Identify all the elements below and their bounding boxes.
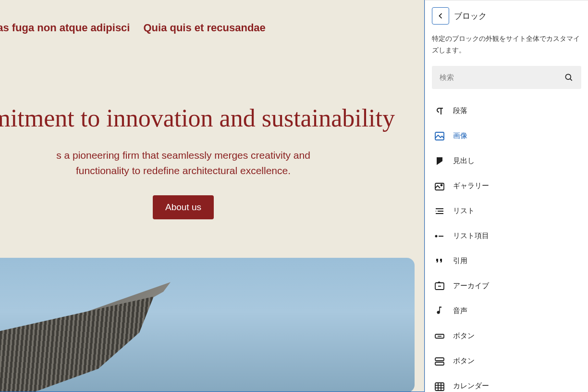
buttons-icon <box>434 355 445 367</box>
gallery-icon <box>434 180 445 192</box>
block-label: ボタン <box>453 331 475 341</box>
chevron-left-icon <box>436 11 445 21</box>
block-item-gallery[interactable]: ギャラリー <box>432 174 581 199</box>
hero-text-line1: s a pioneering firm that seamlessly merg… <box>56 150 310 161</box>
svg-rect-15 <box>435 358 444 361</box>
block-sidebar: ブロック 特定のブロックの外観をサイト全体でカスタマイズします。 段落画像見出し… <box>425 0 588 392</box>
svg-point-4 <box>441 184 442 186</box>
paragraph-icon <box>434 105 445 117</box>
archive-icon <box>434 280 445 292</box>
block-label: 音声 <box>453 306 467 316</box>
block-label: 見出し <box>453 156 475 165</box>
block-item-archive[interactable]: アーカイブ <box>432 274 581 299</box>
block-label: 引用 <box>453 256 467 266</box>
block-item-audio[interactable]: 音声 <box>432 299 581 324</box>
nav-bar: uptas fuga non atque adipisci Quia quis … <box>0 17 424 46</box>
block-item-list[interactable]: リスト <box>432 199 581 224</box>
hero-section: mmitment to innovation and sustainabilit… <box>0 46 424 239</box>
block-item-list-item[interactable]: リスト項目 <box>432 224 581 249</box>
block-item-image[interactable]: 画像 <box>432 124 581 149</box>
block-item-buttons[interactable]: ボタン <box>432 349 581 374</box>
block-label: アーカイブ <box>453 281 489 291</box>
back-button[interactable] <box>432 7 449 25</box>
svg-point-9 <box>436 235 437 237</box>
search-icon <box>564 73 574 82</box>
block-item-paragraph[interactable]: 段落 <box>432 99 581 124</box>
block-item-quote[interactable]: 引用 <box>432 249 581 274</box>
block-label: ギャラリー <box>453 181 489 190</box>
list-item-icon <box>434 230 445 242</box>
block-list: 段落画像見出しギャラリーリストリスト項目引用アーカイブ音声ボタンボタンカレンダー <box>432 99 581 392</box>
block-label: 段落 <box>453 106 467 115</box>
block-label: 画像 <box>453 131 467 140</box>
quote-icon <box>434 255 445 267</box>
sidebar-header: ブロック <box>432 7 581 25</box>
editor-canvas[interactable]: ig uptas fuga non atque adipisci Quia qu… <box>0 0 425 392</box>
block-label: リスト項目 <box>453 231 489 240</box>
block-label: カレンダー <box>453 381 489 391</box>
search-box[interactable] <box>432 66 581 89</box>
search-input[interactable] <box>440 73 564 81</box>
audio-icon <box>434 305 445 317</box>
list-icon <box>434 205 445 217</box>
svg-line-1 <box>570 78 572 80</box>
block-item-calendar[interactable]: カレンダー <box>432 374 581 392</box>
svg-point-0 <box>565 74 571 79</box>
site-title[interactable]: ig <box>0 0 424 17</box>
block-label: ボタン <box>453 356 475 366</box>
block-item-button[interactable]: ボタン <box>432 324 581 349</box>
image-icon <box>434 130 445 142</box>
hero-title[interactable]: mmitment to innovation and sustainabilit… <box>0 103 415 133</box>
calendar-icon <box>434 380 445 392</box>
nav-item-1[interactable]: uptas fuga non atque adipisci <box>0 22 130 34</box>
sidebar-title: ブロック <box>454 11 487 22</box>
button-icon <box>434 330 445 342</box>
hero-text-line2: functionality to redefine architectural … <box>76 165 291 176</box>
svg-rect-16 <box>435 362 444 365</box>
block-item-heading[interactable]: 見出し <box>432 149 581 174</box>
svg-rect-17 <box>435 383 444 391</box>
block-label: リスト <box>453 206 475 215</box>
about-us-button[interactable]: About us <box>153 195 214 219</box>
heading-icon <box>434 155 445 167</box>
sidebar-description: 特定のブロックの外観をサイト全体でカスタマイズします。 <box>432 33 581 56</box>
hero-image[interactable] <box>0 258 415 392</box>
nav-item-2[interactable]: Quia quis et recusandae <box>143 22 265 34</box>
building-illustration <box>0 282 207 392</box>
hero-text[interactable]: s a pioneering firm that seamlessly merg… <box>0 148 415 178</box>
